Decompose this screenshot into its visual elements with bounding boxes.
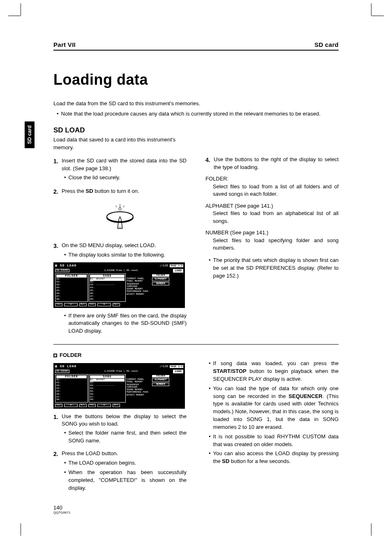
folder-step-2-bullet-2: • When the operation has been successful… <box>61 469 187 492</box>
lcd-next-button: NEXT <box>113 404 120 407</box>
folder-r4-text: You can also access the LOAD display by … <box>213 450 339 465</box>
smf-note: • If there are only SMF files on the car… <box>61 312 187 336</box>
bullet-icon: • <box>64 251 66 259</box>
folder-r1-text: If song data was loaded, you can press t… <box>213 360 339 383</box>
lcd-screenshot-1: ▣ SD LOAD ♩=120 PAGE 1/3 SD-SOUND 2,022K… <box>53 262 185 308</box>
step-number: 2. <box>53 187 60 196</box>
svg-line-3 <box>115 206 117 207</box>
lcd-slider: ──◆── <box>64 303 78 306</box>
side-tab: SD card <box>25 121 35 148</box>
page-number: 140 <box>53 505 339 511</box>
step-4-text: Use the buttons to the right of the disp… <box>214 156 339 171</box>
lcd-free-space: 2,022KB free ( 0% used) <box>104 269 138 272</box>
lcd-next-button: NEXT <box>79 404 87 407</box>
folder-r1: • If song data was loaded, you can press… <box>205 360 339 383</box>
lcd-folder-list: 01:02:03:04:05:06:07:08: <box>56 379 87 401</box>
lcd-data-types: CURRENT PANELPANEL MEMORYSEQUENCERCOMPOS… <box>127 374 151 403</box>
step-1-bullet-text: Close the lid securely. <box>69 174 187 182</box>
bullet-icon: • <box>209 450 211 465</box>
bullet-icon: • <box>209 433 211 449</box>
sd-load-heading: SD LOAD <box>53 126 339 134</box>
page-title: Loading data <box>53 71 339 88</box>
section-label: SD card <box>314 41 339 48</box>
lcd-free-space: 2,022KB free ( 0% used) <box>104 370 138 373</box>
lcd-prev-button: PREV <box>88 303 96 306</box>
bullet-icon: • <box>64 312 66 336</box>
folder-r4: • You can also access the LOAD display b… <box>205 450 339 465</box>
folder-step-1-text: Use the buttons below the display to sel… <box>62 413 187 428</box>
intro-text: Load the data from the SD card to this i… <box>53 100 339 108</box>
folder-subheading: FOLDER <box>53 352 339 358</box>
intro-note-text: Note that the load procedure causes any … <box>61 110 339 118</box>
bullet-icon: • <box>209 385 211 431</box>
lcd-folder-header: FOLDER <box>56 375 87 378</box>
folder-term: FOLDER: <box>205 175 339 183</box>
lcd-sd-sound: SD-SOUND <box>55 269 69 272</box>
step-2: 2. Press the SD button to turn it on. <box>53 187 187 196</box>
lcd-prev-button: PREV <box>55 404 62 407</box>
step-1-text: Insert the SD card with the stored data … <box>62 157 187 173</box>
lcd-prev-button: PREV <box>88 404 96 407</box>
alphabet-term: ALPHABET (See page 141.) <box>205 202 339 210</box>
folder-r2-text: You can load the type of data for which … <box>213 385 339 431</box>
lcd-song-header: SONG <box>90 275 125 278</box>
step-1: 1. Insert the SD card with the stored da… <box>53 157 187 173</box>
lcd-song-list: 01: 001KN702:03: -------------04:05:06:0… <box>90 379 125 401</box>
lcd-alphabet-button: ALPHABET <box>152 378 169 382</box>
lcd-title: ▣ SD LOAD <box>55 365 76 368</box>
lcd-slider: ──◆── <box>97 404 111 407</box>
lcd-next-button: NEXT <box>113 303 120 306</box>
lcd-folder-header: FOLDER <box>56 275 87 278</box>
number-def: Select files to load specifying folder a… <box>213 237 339 252</box>
svg-point-2 <box>119 208 121 210</box>
priority-note-text: The priority that sets which display is … <box>213 257 339 280</box>
lcd-page-indicator: PAGE 1/3 <box>170 365 183 368</box>
folder-step-2-bullet-1: • The LOAD operation begins. <box>61 459 187 467</box>
lcd-tempo: ♩=120 <box>159 264 168 267</box>
lcd-page-indicator: PAGE 1/3 <box>170 264 183 267</box>
step-1-bullet: • Close the lid securely. <box>61 174 187 182</box>
lcd-load-button: LOAD <box>173 370 183 373</box>
lcd-screenshot-2: ▣ SD LOAD ♩=120 PAGE 1/3 SD-SOUND 2,022K… <box>53 363 185 408</box>
priority-note: • The priority that sets which display i… <box>205 257 339 280</box>
bullet-icon: • <box>64 429 66 445</box>
bullet-icon: • <box>64 174 66 182</box>
folder-left-column: ▣ SD LOAD ♩=120 PAGE 1/3 SD-SOUND 2,022K… <box>53 360 187 494</box>
smf-note-text: If there are only SMF files on the card,… <box>69 312 187 336</box>
part-label: Part VII <box>53 41 76 48</box>
manual-page: SD card Part VII SD card Loading data Lo… <box>0 0 392 537</box>
lcd-next-button: NEXT <box>79 303 87 306</box>
step-number: 1. <box>53 413 60 428</box>
step-3-bullet: • The display looks similar to the follo… <box>61 251 187 259</box>
page-header: Part VII SD card <box>53 41 339 51</box>
sd-button-figure: SD <box>53 203 187 234</box>
bullet-icon: • <box>209 257 211 280</box>
lcd-number-button: NUMBER <box>152 383 169 386</box>
folder-r3: • It is not possible to load RHYTHM CUST… <box>205 433 339 449</box>
lcd-prev-button: PREV <box>55 303 62 306</box>
number-term: NUMBER (See page 141.) <box>205 229 339 237</box>
folder-r2: • You can load the type of data for whic… <box>205 385 339 431</box>
sd-load-desc: Load data that saved to a card into this… <box>53 136 185 152</box>
bullet-icon: • <box>64 459 66 467</box>
step-number: 1. <box>53 157 60 173</box>
step-3-bullet-text: The display looks similar to the followi… <box>69 251 187 259</box>
svg-text:SD: SD <box>119 206 121 208</box>
lcd-data-types: CURRENT PANELPANEL MEMORYSEQUENCERCOMPOS… <box>127 273 151 302</box>
svg-line-4 <box>123 206 125 207</box>
lcd-slider: ──◆── <box>97 303 111 306</box>
lcd-slider: ──◆── <box>64 404 78 407</box>
folder-step-2-b2-text: When the operation has been successfully… <box>69 469 187 492</box>
bullet-icon: • <box>64 469 66 492</box>
folder-step-2-b1-text: The LOAD operation begins. <box>69 459 187 467</box>
lcd-folder-list: 01:02:03:04:05:06:07:08: <box>56 278 87 301</box>
folder-right-column: • If song data was loaded, you can press… <box>205 360 339 494</box>
lcd-folder-button: FOLDER <box>152 375 169 377</box>
folder-step-1: 1. Use the buttons below the display to … <box>53 413 187 428</box>
alphabet-def: Select files to load from an alphabetica… <box>213 210 339 225</box>
lcd-song-list: 01: 001KN702:03: -------------04:05:06:0… <box>90 278 125 301</box>
lcd-sd-sound: SD-SOUND <box>55 370 69 373</box>
lcd-title: ▣ SD LOAD <box>55 264 76 267</box>
folder-step-1-bullet-text: Select the folder name first, and then s… <box>69 429 187 445</box>
lcd-load-button: LOAD <box>173 269 183 273</box>
